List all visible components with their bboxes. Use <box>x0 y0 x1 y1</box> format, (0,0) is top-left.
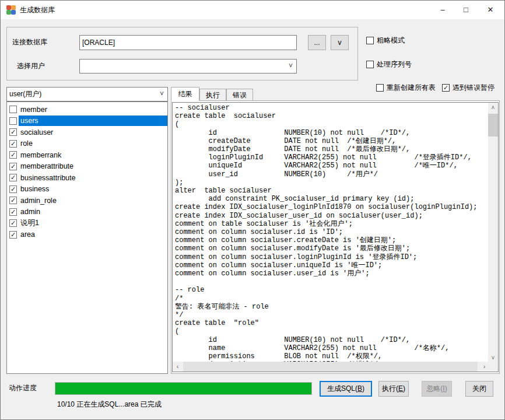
vertical-scrollbar[interactable]: ˄ ˅ <box>488 103 498 363</box>
list-item[interactable]: ✓memberattribute <box>7 161 167 173</box>
item-label[interactable]: admin_role <box>19 195 167 206</box>
item-checkbox[interactable]: ✓ <box>9 140 17 148</box>
checkbox-label: 处理序列号 <box>377 60 412 69</box>
list-item[interactable]: ✓admin <box>7 206 167 218</box>
progress-bar <box>55 382 312 395</box>
close-window-button[interactable]: ✕ <box>479 1 502 19</box>
tab-error[interactable]: 错误 <box>226 89 253 101</box>
list-item[interactable]: ✓admin_role <box>7 195 167 206</box>
progress-status-text: 10/10 正在生成SQL...area 已完成 <box>57 400 162 410</box>
item-label[interactable]: area <box>19 229 167 240</box>
execute-button[interactable]: 执行(E) <box>378 381 409 397</box>
list-item[interactable]: users <box>7 116 167 127</box>
generate-database-dialog: 生成数据库 – □ ✕ 连接数据库 [ORACLE] ... v 选择用户 ˅ … <box>0 0 505 420</box>
item-checkbox[interactable]: ✓ <box>9 163 17 170</box>
checkbox-label: 重新创建所有表 <box>387 83 436 93</box>
close-icon: ✕ <box>488 5 494 14</box>
checkbox-box <box>366 61 374 68</box>
checkbox-recreate-all-tables[interactable]: 重新创建所有表 <box>376 83 436 93</box>
connect-db-label: 连接数据库 <box>12 37 47 47</box>
scrollbar-corner <box>488 362 498 372</box>
item-label[interactable]: memberrank <box>19 150 167 160</box>
item-checkbox[interactable]: ✓ <box>9 174 17 181</box>
progress-fill <box>55 383 311 394</box>
table-list-rows: memberusers✓socialuser✓role✓memberrank✓m… <box>7 104 167 240</box>
item-checkbox[interactable] <box>9 117 17 125</box>
item-checkbox[interactable]: ✓ <box>9 231 17 239</box>
item-checkbox[interactable]: ✓ <box>9 197 17 204</box>
progress-label: 动作进度 <box>9 383 37 393</box>
checkbox-pause-on-error[interactable]: ✓ 遇到错误暂停 <box>442 83 495 93</box>
checkbox-process-sequence[interactable]: 处理序列号 <box>366 60 412 69</box>
close-button[interactable]: 关闭 <box>465 381 493 397</box>
select-user-label: 选择用户 <box>17 61 45 71</box>
browse-db-button[interactable]: ... <box>308 35 326 50</box>
vertical-scrollbar-thumb[interactable] <box>488 114 498 136</box>
item-checkbox[interactable]: ✓ <box>9 128 17 136</box>
minimize-icon: – <box>440 5 444 14</box>
minimize-button[interactable]: – <box>431 1 454 19</box>
item-label[interactable]: businessattribute <box>19 173 167 183</box>
checkbox-rough-mode[interactable]: 粗略模式 <box>366 36 405 46</box>
item-label[interactable]: socialuser <box>19 127 167 138</box>
list-item[interactable]: ✓说明1 <box>7 218 167 229</box>
checkbox-box <box>366 37 374 44</box>
item-checkbox[interactable]: ✓ <box>9 151 17 159</box>
generate-sql-button[interactable]: 生成SQL(B) <box>320 381 372 397</box>
item-label[interactable]: users <box>19 116 167 126</box>
sql-output-textarea[interactable]: -- socialuser create table socialuser ( … <box>172 102 499 372</box>
item-checkbox[interactable]: ✓ <box>9 219 17 227</box>
db-v-button[interactable]: v <box>331 35 349 50</box>
window-title: 生成数据库 <box>20 5 55 15</box>
connect-db-input[interactable]: [ORACLE] <box>79 35 297 50</box>
list-item[interactable]: ✓area <box>7 229 167 241</box>
list-item[interactable]: ✓role <box>7 138 167 150</box>
checkbox-box <box>376 84 384 92</box>
maximize-icon: □ <box>464 5 468 14</box>
item-label[interactable]: memberattribute <box>19 161 167 172</box>
titlebar: 生成数据库 – □ ✕ <box>1 1 504 19</box>
tab-execute[interactable]: 执行 <box>199 89 226 101</box>
item-checkbox[interactable] <box>9 106 17 113</box>
horizontal-scrollbar[interactable]: ‹ › <box>173 362 489 372</box>
tab-result[interactable]: 结果 <box>171 87 199 101</box>
sql-output-text: -- socialuser create table socialuser ( … <box>173 103 498 370</box>
checkbox-label: 遇到错误暂停 <box>453 83 495 93</box>
chevron-down-icon: ˅ <box>289 60 293 73</box>
select-user-combobox[interactable]: ˅ <box>79 59 297 74</box>
list-item[interactable]: member <box>7 104 167 116</box>
list-item[interactable]: ✓memberrank <box>7 149 167 161</box>
horizontal-scrollbar-thumb[interactable] <box>183 362 478 372</box>
maximize-button[interactable]: □ <box>454 1 478 19</box>
item-label[interactable]: business <box>19 184 167 194</box>
app-icon <box>6 5 16 15</box>
chevron-down-icon: ˅ <box>160 88 164 101</box>
list-item[interactable]: ✓socialuser <box>7 127 167 138</box>
checkbox-box: ✓ <box>442 84 450 92</box>
item-checkbox[interactable]: ✓ <box>9 208 17 216</box>
item-label[interactable]: role <box>19 138 167 149</box>
item-label[interactable]: admin <box>19 206 167 217</box>
checkbox-label: 粗略模式 <box>377 36 405 46</box>
item-label[interactable]: 说明1 <box>19 217 167 229</box>
list-item[interactable]: ✓business <box>7 184 167 195</box>
ignore-button[interactable]: 忽略(I) <box>422 381 452 397</box>
scroll-left-icon[interactable]: ‹ <box>173 362 183 372</box>
scroll-up-icon[interactable]: ˄ <box>488 103 498 113</box>
list-item[interactable]: ✓businessattribute <box>7 172 167 184</box>
item-checkbox[interactable]: ✓ <box>9 186 17 193</box>
item-label[interactable]: member <box>19 104 167 115</box>
table-type-value: user(用户) <box>9 90 41 98</box>
table-listbox: memberusers✓socialuser✓role✓memberrank✓m… <box>6 102 168 374</box>
table-type-combobox[interactable]: user(用户) ˅ <box>6 87 168 102</box>
